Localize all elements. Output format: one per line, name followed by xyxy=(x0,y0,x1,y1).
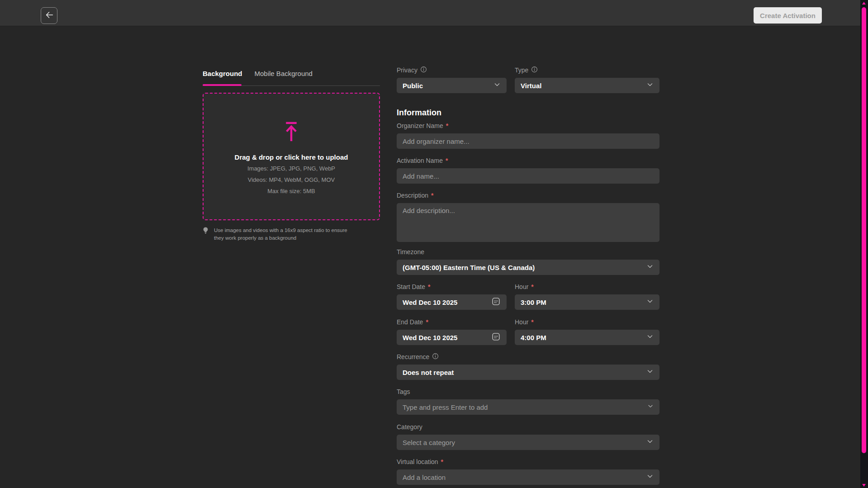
recurrence-value: Does not repeat xyxy=(403,369,454,376)
tab-background[interactable]: Background xyxy=(203,70,242,77)
required-asterisk: * xyxy=(441,458,443,465)
start-hour-field-group: Hour * 3:00 PM xyxy=(515,283,659,310)
description-label: Description xyxy=(397,192,428,199)
end-hour-field-group: Hour * 4:00 PM xyxy=(515,318,659,345)
required-asterisk: * xyxy=(431,192,433,199)
virtual-location-placeholder: Add a location xyxy=(403,474,446,481)
start-hour-label: Hour xyxy=(515,283,528,290)
virtual-location-select[interactable]: Add a location xyxy=(397,469,659,485)
chevron-down-icon xyxy=(493,81,501,90)
end-hour-value: 4:00 PM xyxy=(521,334,546,341)
topbar: Create Activation xyxy=(0,0,860,26)
tags-placeholder: Type and press Enter to add xyxy=(403,403,488,411)
tab-mobile-background[interactable]: Mobile Background xyxy=(255,70,313,77)
required-asterisk: * xyxy=(428,283,430,290)
timezone-value: (GMT-05:00) Eastern Time (US & Canada) xyxy=(403,264,535,271)
description-textarea[interactable] xyxy=(397,203,659,242)
type-value: Virtual xyxy=(521,82,541,90)
required-asterisk: * xyxy=(446,122,448,129)
start-date-value: Wed Dec 10 2025 xyxy=(403,298,457,306)
active-tab-underline xyxy=(203,84,242,86)
start-date-label: Start Date xyxy=(397,283,425,290)
organizer-name-input[interactable] xyxy=(397,133,659,149)
chevron-down-icon xyxy=(646,333,654,342)
end-date-input[interactable]: Wed Dec 10 2025 xyxy=(397,330,507,345)
create-activation-button[interactable]: Create Activation xyxy=(754,7,822,24)
scrollbar-thumb[interactable] xyxy=(862,7,866,453)
start-hour-select[interactable]: 3:00 PM xyxy=(515,294,659,310)
upload-max-size: Max file size: 5MB xyxy=(267,188,315,195)
scroll-up-button[interactable] xyxy=(862,2,866,5)
required-asterisk: * xyxy=(426,318,428,326)
category-select[interactable]: Select a category xyxy=(397,435,659,450)
required-asterisk: * xyxy=(531,283,533,290)
upload-dropzone[interactable]: Drag & drop or click here to upload Imag… xyxy=(203,93,380,220)
aspect-ratio-note: Use images and videos with a 16x9 aspect… xyxy=(203,227,356,242)
chevron-down-icon xyxy=(646,368,654,377)
info-icon[interactable] xyxy=(531,66,538,74)
chevron-down-icon xyxy=(647,403,654,411)
scrollbar[interactable] xyxy=(860,0,868,488)
type-field-group: Type Virtual xyxy=(515,66,659,93)
timezone-select[interactable]: (GMT-05:00) Eastern Time (US & Canada) xyxy=(397,260,659,275)
info-icon[interactable] xyxy=(420,66,427,74)
timezone-field-group: Timezone (GMT-05:00) Eastern Time (US & … xyxy=(397,248,659,275)
virtual-location-label: Virtual location xyxy=(397,458,438,465)
start-date-field-group: Start Date * Wed Dec 10 2025 xyxy=(397,283,507,310)
scroll-down-button[interactable] xyxy=(862,484,866,487)
upload-images-formats: Images: JPEG, JPG, PNG, WebP xyxy=(247,165,335,172)
category-placeholder: Select a category xyxy=(403,439,455,446)
start-date-input[interactable]: Wed Dec 10 2025 xyxy=(397,294,507,310)
upload-title: Drag & drop or click here to upload xyxy=(235,153,348,161)
calendar-icon[interactable] xyxy=(491,332,501,343)
privacy-field-group: Privacy Public xyxy=(397,66,507,93)
back-button[interactable] xyxy=(41,7,57,24)
recurrence-label: Recurrence xyxy=(397,353,429,360)
create-activation-page: Create Activation Background Mobile Back… xyxy=(0,0,868,488)
organizer-name-label: Organizer Name xyxy=(397,122,443,129)
activation-name-field-group: Activation Name * xyxy=(397,156,659,184)
lightbulb-icon xyxy=(203,227,209,237)
note-text: Use images and videos with a 16x9 aspect… xyxy=(214,227,350,242)
arrow-left-icon xyxy=(44,10,54,21)
activation-name-label: Activation Name xyxy=(397,157,443,164)
privacy-label: Privacy xyxy=(397,66,417,74)
calendar-icon[interactable] xyxy=(491,297,501,308)
tags-input[interactable]: Type and press Enter to add xyxy=(397,399,659,415)
category-field-group: Category Select a category xyxy=(397,423,659,450)
virtual-location-field-group: Virtual location * Add a location xyxy=(397,458,659,485)
end-date-label: End Date xyxy=(397,318,423,326)
end-hour-select[interactable]: 4:00 PM xyxy=(515,330,659,345)
info-icon[interactable] xyxy=(432,353,439,361)
upload-videos-formats: Videos: MP4, WebM, OGG, MOV xyxy=(248,176,335,184)
start-hour-value: 3:00 PM xyxy=(521,298,546,306)
required-asterisk: * xyxy=(531,318,533,326)
description-field-group: Description * xyxy=(397,191,659,242)
chevron-down-icon xyxy=(646,263,654,272)
information-heading: Information xyxy=(397,108,441,118)
tags-label: Tags xyxy=(397,388,410,395)
activation-name-input[interactable] xyxy=(397,168,659,184)
end-hour-label: Hour xyxy=(515,318,528,326)
organizer-name-field-group: Organizer Name * xyxy=(397,122,659,149)
end-date-field-group: End Date * Wed Dec 10 2025 xyxy=(397,318,507,345)
upload-arrow-icon xyxy=(282,121,300,144)
chevron-down-icon xyxy=(646,473,654,482)
category-label: Category xyxy=(397,423,422,431)
recurrence-select[interactable]: Does not repeat xyxy=(397,365,659,380)
type-label: Type xyxy=(515,66,528,74)
privacy-select[interactable]: Public xyxy=(397,78,507,93)
end-date-value: Wed Dec 10 2025 xyxy=(403,334,457,341)
tags-field-group: Tags Type and press Enter to add xyxy=(397,388,659,415)
background-tabs: Background Mobile Background xyxy=(203,70,313,77)
chevron-down-icon xyxy=(646,298,654,307)
privacy-value: Public xyxy=(403,82,423,90)
type-select[interactable]: Virtual xyxy=(515,78,659,93)
recurrence-field-group: Recurrence Does not repeat xyxy=(397,353,659,380)
chevron-down-icon xyxy=(646,81,654,90)
timezone-label: Timezone xyxy=(397,248,424,256)
required-asterisk: * xyxy=(446,157,448,164)
chevron-down-icon xyxy=(646,438,654,447)
